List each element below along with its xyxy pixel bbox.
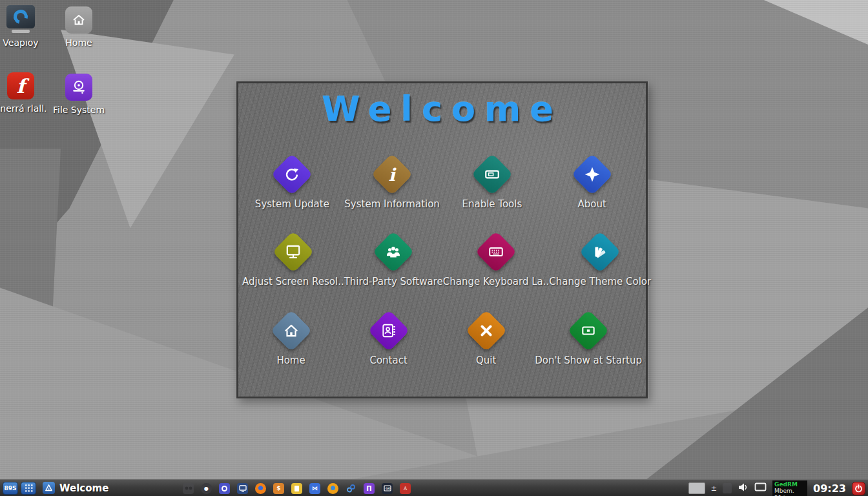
tile-home[interactable]: Home (242, 309, 340, 366)
updater-tray-icon[interactable]: ± (711, 484, 717, 493)
monitor-icon (272, 231, 314, 273)
power-button[interactable] (852, 482, 865, 495)
desktop-icon-firefox[interactable]: f Enerrá rlall. (0, 72, 41, 114)
pi-app-icon[interactable]: Π (364, 483, 375, 494)
tile-label: Don't Show at Startup (535, 355, 642, 366)
taskbar-clock[interactable]: 09:23 (813, 482, 846, 495)
taskbar: 89S Welcome ● $ ⋈ Π GO ♙ ± GedRM Mbem. 2… (0, 479, 868, 496)
paw-icon[interactable]: ● (201, 483, 212, 494)
desktop-icon-label: Enerrá rlall. (0, 103, 47, 114)
taskbar-right-cluster: ± GedRM Mbem. 21↑ 09:23 (688, 480, 865, 496)
blue-x-app-icon[interactable]: ⋈ (309, 483, 320, 494)
color-swatches-icon (579, 231, 621, 273)
desktop-icon-label: File System (53, 105, 105, 115)
startup-toggle-icon (568, 309, 610, 351)
grid-dots-icon (25, 484, 33, 492)
red-figure-icon[interactable]: ♙ (400, 483, 411, 494)
welcome-app-icon (43, 482, 55, 494)
app-grid-button[interactable] (21, 482, 36, 495)
tile-label: Change Theme Color (549, 276, 651, 287)
tile-row-3: Home Contact Quit Don't Show at Startup (242, 309, 642, 366)
firefox-tray-icon-2[interactable] (327, 483, 338, 494)
keyboard-icon (475, 231, 517, 273)
tile-label: Adjust Screen Resol.. (242, 276, 344, 287)
tile-system-information[interactable]: i System Information (342, 153, 442, 210)
tile-adjust-screen-resolution[interactable]: Adjust Screen Resol.. (242, 231, 344, 287)
tile-label: Home (276, 355, 305, 366)
people-icon (373, 231, 415, 273)
welcome-dialog: Welcome System Update i System Informati… (236, 81, 648, 398)
indigo-ring-app-icon[interactable] (219, 483, 230, 494)
sysmon-cpu-text: GedRM (774, 481, 805, 488)
start-menu-label: 89S (4, 485, 16, 491)
address-book-icon (367, 309, 409, 351)
tile-label: Change Keyboard La.. (443, 276, 550, 287)
desktop-pager[interactable] (688, 482, 705, 494)
tile-label: System Information (344, 198, 440, 210)
house-icon (270, 309, 312, 351)
tile-dont-show-at-startup[interactable]: Don't Show at Startup (535, 309, 642, 366)
refresh-icon (271, 153, 313, 195)
screen-share-icon[interactable] (237, 483, 248, 494)
dim-glasses-icon[interactable] (183, 483, 194, 494)
firefox-icon: f (7, 72, 34, 99)
display-settings-icon[interactable] (754, 482, 767, 495)
tile-label: System Update (255, 198, 329, 210)
tile-about[interactable]: About (542, 153, 642, 210)
firefox-tray-icon[interactable] (255, 483, 266, 494)
taskbar-task-welcome[interactable]: Welcome (41, 481, 115, 495)
dim-clipboard-icon[interactable] (723, 483, 732, 493)
desktop-icon-label: Veapıoy (3, 37, 38, 48)
tile-row-2: Adjust Screen Resol.. Third-Party Softwa… (242, 231, 642, 287)
system-monitor-widget[interactable]: GedRM Mbem. 21↑ (772, 480, 807, 496)
dialog-title: Welcome (238, 88, 646, 129)
svg-text:GO: GO (386, 487, 391, 490)
tile-label: About (577, 198, 606, 210)
display-icon (6, 5, 35, 28)
desktop-icon-file-system[interactable]: File System (58, 74, 99, 115)
desktop-icon-home[interactable]: Home (58, 6, 99, 48)
tray-icon-cluster: ● $ ⋈ Π GO ♙ (183, 480, 411, 496)
tile-contact[interactable]: Contact (340, 309, 437, 366)
tile-enable-tools[interactable]: Enable Tools (442, 153, 542, 210)
tile-change-theme-color[interactable]: Change Theme Color (549, 231, 651, 287)
desktop-icon-display[interactable]: Veapıoy (0, 5, 41, 48)
tile-change-keyboard-layout[interactable]: Change Keyboard La.. (443, 231, 550, 287)
file-system-icon (65, 74, 92, 101)
tile-row-1: System Update i System Information Enabl… (242, 153, 642, 210)
tile-label: Enable Tools (462, 198, 522, 210)
tile-third-party-software[interactable]: Third-Party Software (344, 231, 443, 287)
star-icon (571, 153, 613, 195)
chain-links-icon[interactable] (346, 483, 356, 494)
tile-label: Quit (476, 355, 496, 366)
package-dollar-icon[interactable]: $ (273, 483, 284, 494)
toolbar-icon (471, 153, 513, 195)
volume-icon[interactable] (738, 482, 749, 495)
sysmon-mem-text: Mbem. 21↑ (774, 488, 805, 496)
home-folder-icon (65, 6, 92, 34)
yellow-files-icon[interactable] (291, 483, 302, 494)
task-label: Welcome (59, 482, 108, 494)
tile-system-update[interactable]: System Update (242, 153, 342, 210)
close-x-icon (465, 309, 507, 351)
desktop-icon-label: Home (65, 37, 92, 48)
terminal-go-icon[interactable]: GO (382, 483, 393, 494)
info-icon: i (371, 153, 413, 195)
start-menu-button[interactable]: 89S (3, 482, 18, 495)
tile-label: Third-Party Software (344, 276, 443, 287)
tile-quit[interactable]: Quit (437, 309, 535, 366)
tile-label: Contact (369, 355, 407, 366)
